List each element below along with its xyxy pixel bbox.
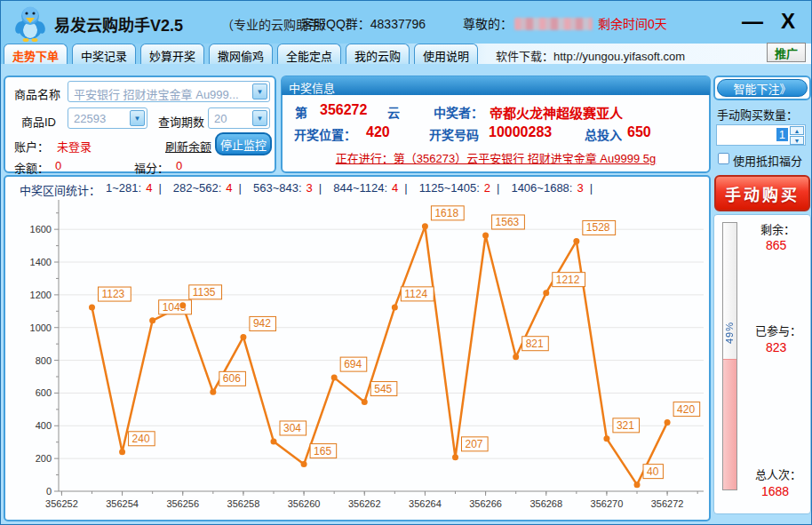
draw-position-label: 开奖位置： <box>294 125 356 143</box>
use-points-checkbox[interactable] <box>718 153 729 164</box>
x-tick-label: 356266 <box>469 498 502 509</box>
chart-point <box>119 449 125 455</box>
progress-percent-label: 49% <box>724 322 735 344</box>
progress-fill <box>723 359 736 489</box>
issue-prefix-label: 第 <box>295 103 307 121</box>
x-tick-label: 356262 <box>348 498 381 509</box>
y-tick-label: 600 <box>36 387 52 398</box>
app-logo-bird-icon <box>12 4 49 43</box>
points-label: 福分： <box>134 159 169 176</box>
point-label: 1618 <box>434 207 458 219</box>
chart-point <box>331 375 338 381</box>
tab-撒网偷鸡[interactable]: 撒网偷鸡 <box>209 44 273 64</box>
x-tick-label: 356264 <box>409 498 442 509</box>
quantity-stepper[interactable]: 1 ▲ ▼ <box>716 124 806 146</box>
joined-label: 已参与： <box>755 322 801 338</box>
titlebar: 易发云购助手V2.5 （专业的云购助手） 客服QQ群：48337796 尊敬的：… <box>1 1 811 44</box>
balance-label: 余额： <box>14 159 49 176</box>
tab-使用说明[interactable]: 使用说明 <box>414 44 478 64</box>
participation-panel: 49% 剩余： 865 已参与： 823 总人次： 1688 <box>713 214 811 514</box>
y-tick-label: 400 <box>36 420 52 431</box>
chart-point <box>362 399 368 405</box>
chart-point <box>271 438 277 444</box>
x-tick-label: 356270 <box>591 498 624 509</box>
joined-value: 823 <box>766 340 786 354</box>
draw-code-value: 10000283 <box>489 124 552 140</box>
y-tick-label: 1200 <box>30 290 52 300</box>
app-title: 易发云购助手V2.5 <box>54 12 183 36</box>
close-button[interactable]: X <box>781 8 795 35</box>
running-issue-line: 正在进行：第（356273）云平安银行 招财进宝金章 Au9999 5g <box>283 149 709 166</box>
point-label: 1123 <box>101 288 124 300</box>
use-points-label: 使用抵扣福分 <box>733 152 802 169</box>
point-label: 1124 <box>404 288 427 300</box>
product-name-value: 平安银行 招财进宝金章 Au999... <box>74 85 250 102</box>
stop-monitor-button[interactable]: 停止监控 <box>215 132 272 155</box>
point-label: 40 <box>647 465 659 478</box>
total-invest-label: 总投入 <box>585 125 622 143</box>
x-tick-label: 356258 <box>227 498 260 509</box>
point-label: 1563 <box>496 216 520 228</box>
promo-button[interactable]: 推广 <box>767 43 806 62</box>
tab-bar: 走势下单中奖记录妙算开奖撒网偷鸡全能定点我的云购使用说明 软件下载：http:/… <box>1 44 811 64</box>
chart-point <box>179 302 186 308</box>
total-count-label: 总人次： <box>755 465 801 482</box>
manual-qty-label: 手动购买数量： <box>717 106 798 123</box>
y-tick-label: 0 <box>46 486 52 497</box>
x-tick-label: 356260 <box>288 498 321 509</box>
product-id-value: 22593 <box>74 112 127 125</box>
trend-chart-panel: 中奖区间统计：1~281:4|282~562:4|563~843:3|844~1… <box>4 175 711 521</box>
minimize-button[interactable]: — <box>742 8 761 35</box>
remain-value: 865 <box>766 238 786 252</box>
remain-label: 剩余： <box>760 220 795 237</box>
time-left-label: 剩余时间0天 <box>598 17 667 31</box>
product-id-label: 商品ID <box>21 113 56 130</box>
chart-point <box>482 232 489 238</box>
chevron-down-icon[interactable]: ▼ <box>252 84 267 99</box>
chart-point <box>634 481 641 488</box>
tab-我的云购[interactable]: 我的云购 <box>346 44 410 64</box>
x-tick-label: 356268 <box>529 498 562 509</box>
manual-buy-button[interactable]: 手动购买 <box>714 175 810 211</box>
qq-group-label: 客服QQ群：48337796 <box>301 14 426 32</box>
point-label: 420 <box>677 403 695 416</box>
smart-bet-box: 智能下注》 <box>713 76 811 100</box>
account-label: 账户： <box>14 138 49 155</box>
refresh-balance-link[interactable]: 刷新余额 <box>165 138 211 155</box>
product-name-label: 商品名称 <box>14 85 60 102</box>
balance-value: 0 <box>55 159 61 172</box>
chart-point <box>452 454 458 460</box>
product-panel: 商品名称 平安银行 招财进宝金章 Au999... ▼ 商品ID 22593 ▼… <box>4 76 276 173</box>
tab-全能定点[interactable]: 全能定点 <box>277 44 341 64</box>
point-label: 821 <box>526 338 544 350</box>
chart-point <box>301 461 307 467</box>
product-id-combobox[interactable]: 22593 ▼ <box>68 107 147 129</box>
chart-line <box>92 227 667 485</box>
point-label: 1212 <box>556 274 580 286</box>
winner-name: 帝都火龙神超级赛亚人 <box>490 103 623 122</box>
spin-up-icon[interactable]: ▲ <box>790 126 804 135</box>
smart-bet-button[interactable]: 智能下注》 <box>717 79 808 97</box>
tab-走势下单[interactable]: 走势下单 <box>4 44 68 64</box>
point-label: 942 <box>253 317 271 330</box>
chevron-down-icon[interactable]: ▼ <box>252 110 267 126</box>
chevron-down-icon[interactable]: ▼ <box>130 110 145 126</box>
y-tick-label: 200 <box>36 453 52 464</box>
issue-number: 356272 <box>320 102 367 118</box>
point-label: 1528 <box>586 221 610 234</box>
query-period-value: 20 <box>214 112 250 125</box>
point-label: 694 <box>344 358 362 370</box>
tab-中奖记录[interactable]: 中奖记录 <box>72 44 136 64</box>
chart-point <box>665 419 671 426</box>
trend-line-chart: 0200400600800100012001400160035625235625… <box>5 177 709 520</box>
point-label: 321 <box>617 419 634 432</box>
point-label: 240 <box>132 433 150 445</box>
tab-妙算开奖[interactable]: 妙算开奖 <box>140 44 204 64</box>
product-name-combobox[interactable]: 平安银行 招财进宝金章 Au999... ▼ <box>68 81 270 102</box>
y-tick-label: 800 <box>36 355 52 366</box>
query-period-combobox[interactable]: 20 ▼ <box>208 107 270 129</box>
spin-down-icon[interactable]: ▼ <box>790 136 804 145</box>
point-label: 165 <box>314 445 331 457</box>
x-tick-label: 356272 <box>651 498 684 509</box>
x-tick-label: 356256 <box>166 498 199 509</box>
